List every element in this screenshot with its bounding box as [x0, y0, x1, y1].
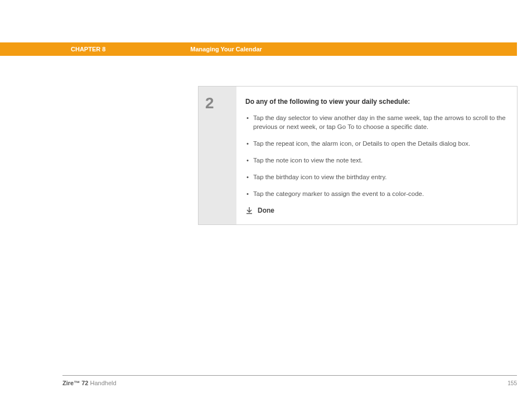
done-label: Done — [258, 207, 274, 214]
done-row: Done — [245, 207, 507, 214]
list-item: Tap the note icon to view the note text. — [245, 156, 507, 165]
list-item: Tap the repeat icon, the alarm icon, or … — [245, 139, 507, 148]
footer: Zire™ 72 Handheld 155 — [62, 380, 517, 386]
step-heading: Do any of the following to view your dai… — [245, 98, 507, 106]
footer-rule — [62, 375, 517, 376]
page-number: 155 — [507, 380, 517, 386]
product-name-suffix: Handheld — [88, 380, 116, 386]
chapter-header: CHAPTER 8 Managing Your Calendar — [0, 42, 517, 56]
step-number: 2 — [205, 94, 236, 112]
step-number-column: 2 — [199, 87, 236, 224]
list-item: Tap the category marker to assign the ev… — [245, 189, 507, 198]
step-bullet-list: Tap the day selector to view another day… — [245, 113, 507, 199]
list-item: Tap the birthday icon to view the birthd… — [245, 173, 507, 181]
chapter-label: CHAPTER 8 — [71, 46, 105, 52]
step-content: Do any of the following to view your dai… — [236, 87, 517, 224]
chapter-title: Managing Your Calendar — [190, 46, 262, 52]
product-name-bold: Zire™ 72 — [62, 380, 88, 386]
done-arrow-icon — [245, 207, 253, 214]
product-name: Zire™ 72 Handheld — [62, 380, 117, 386]
step-box: 2 Do any of the following to view your d… — [198, 86, 518, 225]
list-item: Tap the day selector to view another day… — [245, 113, 507, 131]
